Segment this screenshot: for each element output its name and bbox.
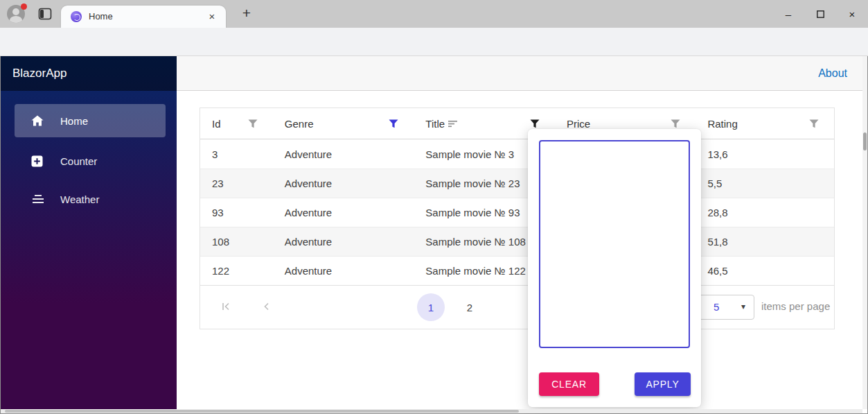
about-link[interactable]: About (818, 67, 847, 80)
browser-toolbar: ← https://localhost:7176 aA A⟩ ☆ ··· (0, 28, 868, 56)
cell-rating: 5,5 (696, 178, 834, 189)
page-size-value: 5 (714, 301, 719, 313)
sidebar-item-label: Weather (60, 193, 99, 205)
column-header-label: Price (567, 118, 590, 130)
table-row[interactable]: 93AdventureSample movie № 9328,8 (200, 198, 834, 227)
profile-notification-dot (21, 3, 27, 10)
table-row[interactable]: 108AdventureSample movie № 10851,8 (200, 227, 834, 256)
cell-rating: 13,6 (696, 148, 834, 160)
tab-title: Home (89, 11, 113, 21)
sidebar-item-counter[interactable]: Counter (15, 144, 166, 178)
column-header-id[interactable]: Id (200, 108, 273, 139)
house-icon (31, 115, 49, 126)
list-nested-icon (31, 194, 49, 204)
filter-icon-rating[interactable] (809, 119, 819, 128)
column-header-label: Rating (707, 118, 737, 130)
filter-options-listbox[interactable] (539, 140, 690, 348)
horizontal-scrollbar-thumb[interactable] (5, 410, 519, 413)
cell-id: 108 (200, 236, 273, 248)
filter-icon-genre[interactable] (389, 119, 398, 128)
plus-square-icon (31, 155, 49, 167)
browser-window: Home × + – × ← https://localhost:7176 aA… (0, 0, 868, 414)
cell-rating: 51,8 (696, 236, 834, 248)
browser-titlebar: Home × + – × (0, 0, 868, 28)
grid-pager: 12 5 ▾ items per page (200, 285, 834, 329)
tab-close-icon[interactable]: × (205, 10, 219, 24)
new-tab-button[interactable]: + (237, 4, 256, 24)
sidebar: BlazorApp HomeCounterWeather (1, 56, 177, 409)
main-area: About IdGenreTitlePriceRating 3Adventure… (177, 56, 867, 409)
grid-header: IdGenreTitlePriceRating (200, 108, 834, 139)
sidebar-item-label: Counter (60, 155, 97, 167)
grid-body: 3AdventureSample movie № 313,623Adventur… (200, 139, 834, 285)
page-button-2[interactable]: 2 (456, 293, 484, 321)
column-header-genre[interactable]: Genre (273, 108, 414, 139)
previous-page-button[interactable] (261, 301, 272, 312)
cell-rating: 46,5 (696, 265, 834, 277)
window-maximize-button[interactable] (804, 0, 836, 28)
table-row[interactable]: 3AdventureSample movie № 313,6 (200, 139, 834, 169)
filter-icon-id[interactable] (248, 119, 258, 128)
table-row[interactable]: 23AdventureSample movie № 235,5 (200, 169, 834, 198)
first-page-button[interactable] (221, 301, 232, 312)
data-grid: IdGenreTitlePriceRating 3AdventureSample… (200, 107, 835, 329)
avatar-body (10, 16, 22, 23)
window-close-button[interactable]: × (836, 0, 868, 28)
cell-rating: 28,8 (696, 207, 834, 218)
brand-row: BlazorApp (1, 56, 177, 91)
avatar-head (12, 8, 19, 15)
column-header-label: Id (212, 118, 221, 130)
filter-icon-title[interactable] (530, 119, 540, 128)
cell-id: 3 (200, 148, 273, 160)
top-row: About (177, 56, 867, 91)
vertical-scrollbar-thumb[interactable] (863, 132, 867, 150)
filter-icon-price[interactable] (671, 119, 680, 128)
column-header-rating[interactable]: Rating (696, 108, 834, 139)
blazor-favicon-icon (71, 11, 82, 22)
table-row[interactable]: 122AdventureSample movie № 12246,5 (200, 256, 834, 285)
cell-id: 23 (200, 178, 273, 189)
horizontal-scrollbar[interactable] (1, 409, 862, 413)
cell-genre: Adventure (273, 236, 414, 248)
page-body: BlazorApp HomeCounterWeather About IdGen… (1, 56, 867, 409)
cell-genre: Adventure (273, 148, 414, 160)
column-header-label: Genre (285, 118, 314, 130)
chevron-down-icon: ▾ (741, 302, 745, 311)
filter-popup: CLEAR APPLY (528, 129, 701, 407)
window-minimize-button[interactable]: – (772, 0, 804, 28)
sidebar-item-home[interactable]: Home (15, 104, 166, 137)
vertical-scrollbar[interactable] (862, 56, 867, 409)
filter-popup-actions: CLEAR APPLY (539, 372, 691, 396)
page-button-1[interactable]: 1 (417, 293, 445, 321)
sidebar-item-label: Home (60, 115, 88, 127)
cell-id: 122 (200, 265, 273, 277)
items-per-page-label: items per page (761, 300, 830, 312)
cell-genre: Adventure (273, 207, 414, 218)
cell-id: 93 (200, 207, 273, 218)
cell-genre: Adventure (273, 265, 414, 277)
tab-actions-icon[interactable] (38, 7, 52, 21)
app-brand[interactable]: BlazorApp (12, 67, 67, 80)
page-size-select[interactable]: 5 ▾ (695, 295, 754, 320)
sidebar-item-weather[interactable]: Weather (15, 182, 166, 216)
filter-clear-button[interactable]: CLEAR (539, 372, 599, 396)
cell-genre: Adventure (273, 178, 414, 189)
browser-tab-home[interactable]: Home × (61, 6, 226, 28)
column-header-label: Title (425, 118, 445, 130)
filter-apply-button[interactable]: APPLY (635, 372, 691, 396)
sort-icon (448, 120, 459, 128)
